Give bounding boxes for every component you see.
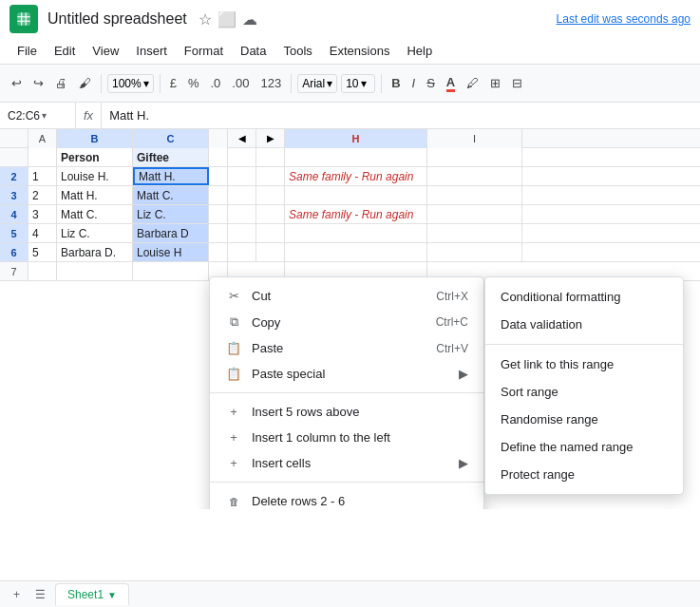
font-size-select[interactable]: 10 ▾ <box>341 74 375 93</box>
ctx-insert-rows[interactable]: + Insert 5 rows above <box>210 399 483 425</box>
cell-3-c[interactable]: Liz C. <box>133 205 209 223</box>
cell-ref-dropdown-icon[interactable]: ▾ <box>42 110 47 121</box>
last-edit-status[interactable]: Last edit was seconds ago <box>557 12 691 26</box>
ctx-paste[interactable]: 📋 Paste Ctrl+V <box>210 335 483 361</box>
cell-header-d[interactable] <box>209 148 228 166</box>
cell-header-a[interactable] <box>28 148 57 166</box>
formula-content[interactable]: Matt H. <box>102 108 700 123</box>
cell-2-c[interactable]: Matt C. <box>133 186 209 204</box>
currency-button[interactable]: £ <box>166 74 180 92</box>
cell-1-c[interactable]: Matt H. <box>133 167 209 185</box>
cell-2-b[interactable]: Matt H. <box>57 186 133 204</box>
cell-5-b[interactable]: Barbara D. <box>57 243 133 261</box>
cell-header-c[interactable]: Giftee <box>133 148 209 166</box>
cell-1-d[interactable] <box>209 167 228 185</box>
nav-left-icon[interactable]: ◀ <box>228 129 256 147</box>
ctx-paste-special[interactable]: 📋 Paste special ▶ <box>210 361 483 387</box>
cell-reference[interactable]: C2:C6 ▾ <box>0 103 76 128</box>
cell-3-a[interactable]: 3 <box>28 205 57 223</box>
cell-2-d[interactable] <box>209 186 228 204</box>
menu-format[interactable]: Format <box>177 42 231 60</box>
menu-view[interactable]: View <box>85 42 126 60</box>
folder-icon[interactable]: ⬜ <box>218 10 236 28</box>
col-header-d[interactable] <box>209 129 228 148</box>
cell-4-i[interactable] <box>427 224 522 242</box>
col-header-h[interactable]: H <box>285 129 427 148</box>
bold-button[interactable]: B <box>388 74 404 92</box>
redo-button[interactable]: ↪ <box>29 74 47 92</box>
col-header-b[interactable]: B <box>57 129 133 148</box>
ctx-delete-rows[interactable]: 🗑 Delete rows 2 - 6 <box>210 488 483 509</box>
menu-help[interactable]: Help <box>399 42 440 60</box>
cell-2-i[interactable] <box>427 186 522 204</box>
sheet-menu-button[interactable]: ☰ <box>29 586 51 603</box>
highlight-button[interactable]: 🖊 <box>463 74 482 92</box>
ctx-insert-col[interactable]: + Insert 1 column to the left <box>210 425 483 450</box>
decimal-inc-button[interactable]: .00 <box>228 74 253 92</box>
submenu-get-link[interactable]: Get link to this range <box>485 351 683 378</box>
print-button[interactable]: 🖨 <box>51 74 71 92</box>
cell-5-a[interactable]: 5 <box>28 243 57 261</box>
cell-4-d[interactable] <box>209 224 228 242</box>
submenu-conditional-formatting[interactable]: Conditional formatting <box>485 283 683 311</box>
submenu-protect-range[interactable]: Protect range <box>485 461 683 488</box>
cell-1-h[interactable]: Same family - Run again <box>285 167 427 185</box>
cell-4-a[interactable]: 4 <box>28 224 57 242</box>
cell-5-i[interactable] <box>427 243 522 261</box>
merge-button[interactable]: ⊟ <box>508 74 526 92</box>
format-button[interactable]: 123 <box>256 74 285 92</box>
ctx-paste-shortcut: Ctrl+V <box>436 342 468 355</box>
sheet1-tab[interactable]: Sheet1 ▼ <box>55 583 129 605</box>
cell-5-d[interactable] <box>209 243 228 261</box>
cell-2-h[interactable] <box>285 186 427 204</box>
ctx-cut[interactable]: ✂ Cut Ctrl+X <box>210 283 483 309</box>
ctx-insert-cells[interactable]: + Insert cells ▶ <box>210 450 483 476</box>
cell-5-c[interactable]: Louise H <box>133 243 209 261</box>
paint-format-button[interactable]: 🖌 <box>75 74 95 92</box>
menu-extensions[interactable]: Extensions <box>322 42 398 60</box>
col-header-a[interactable]: A <box>28 129 57 148</box>
menu-tools[interactable]: Tools <box>275 42 319 60</box>
menu-edit[interactable]: Edit <box>47 42 83 60</box>
text-color-button[interactable]: A <box>443 73 459 94</box>
borders-button[interactable]: ⊞ <box>486 74 504 92</box>
col-header-i[interactable]: I <box>427 129 522 148</box>
zoom-select[interactable]: 100% ▾ <box>107 74 154 93</box>
cell-4-b[interactable]: Liz C. <box>57 224 133 242</box>
cell-header-b[interactable]: Person <box>57 148 133 166</box>
submenu-randomise-range[interactable]: Randomise range <box>485 406 683 433</box>
cell-4-c[interactable]: Barbara D <box>133 224 209 242</box>
cell-1-b[interactable]: Louise H. <box>57 167 133 185</box>
font-select[interactable]: Arial ▾ <box>297 74 337 93</box>
menu-insert[interactable]: Insert <box>128 42 175 60</box>
undo-button[interactable]: ↩ <box>8 74 26 92</box>
menu-data[interactable]: Data <box>233 42 274 60</box>
cell-2-a[interactable]: 2 <box>28 186 57 204</box>
nav-right-icon[interactable]: ▶ <box>256 129 285 147</box>
italic-button[interactable]: I <box>408 74 420 92</box>
menu-file[interactable]: File <box>9 42 45 60</box>
strikethrough-button[interactable]: S <box>423 74 439 92</box>
cell-1-i[interactable] <box>427 167 522 185</box>
decimal-dec-button[interactable]: .0 <box>207 74 225 92</box>
cell-5-h[interactable] <box>285 243 427 261</box>
ctx-copy[interactable]: ⧉ Copy Ctrl+C <box>210 309 483 335</box>
cell-3-b[interactable]: Matt C. <box>57 205 133 223</box>
cell-3-h[interactable]: Same family - Run again <box>285 205 427 223</box>
cell-4-h[interactable] <box>285 224 427 242</box>
toolbar-sep-4 <box>381 74 382 93</box>
cloud-icon[interactable]: ☁ <box>242 10 257 28</box>
cell-header-i[interactable] <box>427 148 522 166</box>
submenu-data-validation[interactable]: Data validation <box>485 311 683 338</box>
submenu-define-named[interactable]: Define the named range <box>485 433 683 461</box>
percent-button[interactable]: % <box>184 74 203 92</box>
star-icon[interactable]: ☆ <box>199 10 212 28</box>
cell-3-d[interactable] <box>209 205 228 223</box>
sheet1-tab-arrow[interactable]: ▼ <box>107 590 117 600</box>
add-sheet-button[interactable]: + <box>8 586 26 603</box>
cell-3-i[interactable] <box>427 205 522 223</box>
cell-1-a[interactable]: 1 <box>28 167 57 185</box>
submenu-sort-range[interactable]: Sort range <box>485 378 683 406</box>
cell-header-h[interactable] <box>285 148 427 166</box>
col-header-c[interactable]: C <box>133 129 209 148</box>
